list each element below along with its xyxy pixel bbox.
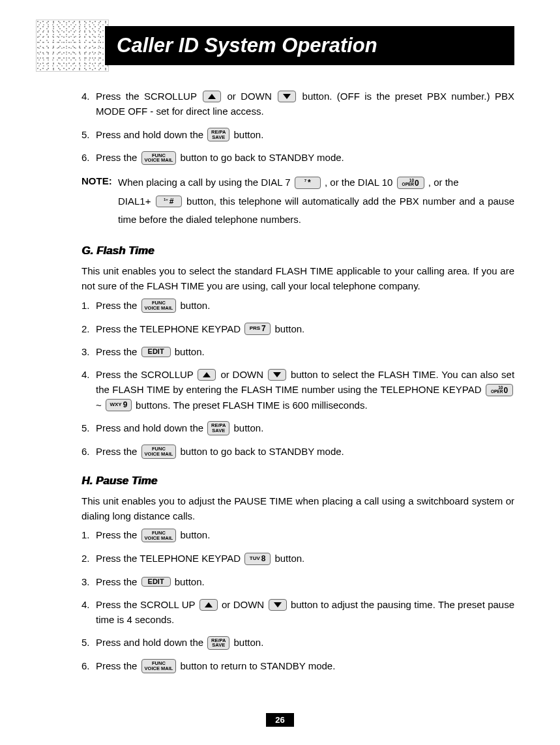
text: , or the xyxy=(428,177,459,188)
scroll-up-button[interactable] xyxy=(199,599,218,611)
section-h-heading: H. Pause Time xyxy=(81,473,514,489)
step-4: 4. Press the SCROLLUP or DOWN button to … xyxy=(81,367,514,413)
label: SAVE xyxy=(212,135,225,140)
text: button. xyxy=(180,529,210,540)
text: Press the xyxy=(96,300,137,311)
text: Press the TELEPHONE KEYPAD xyxy=(96,553,241,564)
text: button. xyxy=(274,323,304,334)
text: DIAL1+ xyxy=(118,196,151,207)
digit: 0 xyxy=(503,387,508,394)
text: button. xyxy=(175,346,205,357)
edit-button[interactable]: EDIT xyxy=(141,347,171,357)
step-5: 5. Press and hold down the RE/PA SAVE bu… xyxy=(81,127,514,143)
digit: 8 xyxy=(261,555,266,563)
digit: # xyxy=(169,197,174,206)
func-button[interactable]: FUNC VOICE MAIL xyxy=(141,659,177,673)
sub: WXY xyxy=(110,402,121,407)
scroll-down-button[interactable] xyxy=(269,599,287,611)
text: button. xyxy=(175,576,205,587)
label: VOICE MAIL xyxy=(145,666,173,671)
func-button[interactable]: FUNC VOICE MAIL xyxy=(141,529,177,543)
text: Press and hold down the xyxy=(96,129,203,140)
step-1: 1. Press the FUNC VOICE MAIL button. xyxy=(81,298,514,314)
scroll-down-button[interactable] xyxy=(278,91,296,102)
down-arrow-icon xyxy=(283,94,291,99)
down-arrow-icon xyxy=(273,372,281,377)
save-button[interactable]: RE/PA SAVE xyxy=(207,421,229,435)
label: SAVE xyxy=(212,643,225,648)
sub: TUV xyxy=(250,556,260,561)
func-button[interactable]: FUNC VOICE MAIL xyxy=(141,445,177,459)
label: VOICE MAIL xyxy=(145,306,173,311)
text: Press the xyxy=(96,660,137,671)
down-arrow-icon xyxy=(274,602,282,607)
func-button[interactable]: FUNC VOICE MAIL xyxy=(141,151,177,166)
text: button. xyxy=(233,422,263,433)
text: Press the xyxy=(96,576,137,587)
text: Press the SCROLLUP xyxy=(96,369,194,380)
step-6: 6. Press the FUNC VOICE MAIL button to r… xyxy=(81,658,514,674)
label: VOICE MAIL xyxy=(145,536,173,541)
superscript: 1+ xyxy=(164,197,168,201)
digit: * xyxy=(308,179,311,187)
digit: 7 xyxy=(261,325,266,333)
text: Press and hold down the xyxy=(96,422,203,433)
text: button. xyxy=(274,553,304,564)
text: Press the SCROLLUP xyxy=(96,91,197,102)
keypad-7[interactable]: PRS 7 xyxy=(244,323,271,335)
step-3: 3. Press the EDIT button. xyxy=(81,574,514,589)
text: button. xyxy=(180,300,210,311)
text: button. xyxy=(233,129,263,140)
step-6: 6. Press the FUNC VOICE MAIL button to g… xyxy=(81,150,514,166)
note-block: NOTE: When placing a call by using the D… xyxy=(81,173,514,229)
save-button[interactable]: RE/PA SAVE xyxy=(207,128,229,142)
keypad-8[interactable]: TUV 8 xyxy=(244,553,271,565)
scroll-up-button[interactable] xyxy=(198,369,216,381)
list-h: 1. Press the FUNC VOICE MAIL button. 2. … xyxy=(81,527,514,674)
keypad-hash[interactable]: 1+ # xyxy=(156,196,182,208)
save-button[interactable]: RE/PA SAVE xyxy=(207,636,229,650)
func-button[interactable]: FUNC VOICE MAIL xyxy=(141,299,177,313)
section-g-heading: G. Flash Time xyxy=(81,242,514,259)
text: Press the xyxy=(96,446,137,457)
list-g: 1. Press the FUNC VOICE MAIL button. 2. … xyxy=(81,298,514,460)
text: Press and hold down the xyxy=(96,637,203,648)
text: buttons. The preset FLASH TIME is 600 mi… xyxy=(136,400,367,411)
text: button to return to STANDBY mode. xyxy=(180,660,335,671)
text: or DOWN xyxy=(220,369,263,380)
keypad-9[interactable]: WXY 9 xyxy=(106,399,132,411)
keypad-star[interactable]: 7 * xyxy=(295,177,321,189)
superscript: 7 xyxy=(304,179,306,183)
up-arrow-icon xyxy=(205,602,213,607)
step-1: 1. Press the FUNC VOICE MAIL button. xyxy=(81,527,514,543)
step-6: 6. Press the FUNC VOICE MAIL button to g… xyxy=(81,444,514,460)
edit-button[interactable]: EDIT xyxy=(141,577,171,587)
text: , or the DIAL 10 xyxy=(325,177,393,188)
step-4: 4. Press the SCROLLUP or DOWN button. (O… xyxy=(81,89,514,119)
scroll-down-button[interactable] xyxy=(268,369,286,381)
step-5: 5. Press and hold down the RE/PA SAVE bu… xyxy=(81,635,514,650)
decorative-texture xyxy=(36,20,109,72)
text: Press the xyxy=(96,529,137,540)
section-h-intro: This unit enables you to adjust the PAUS… xyxy=(81,493,514,524)
text: Press the xyxy=(96,346,137,357)
page-title: Caller ID System Operation xyxy=(105,26,514,65)
step-3: 3. Press the EDIT button. xyxy=(81,344,514,359)
keypad-0[interactable]: 10OPER 0 xyxy=(486,384,513,396)
step-4: 4. Press the SCROLL UP or DOWN button to… xyxy=(81,597,514,628)
list-continued: 4. Press the SCROLLUP or DOWN button. (O… xyxy=(81,89,514,166)
sub: 10OPER xyxy=(402,179,414,187)
text: Press the xyxy=(96,152,137,163)
section-g-intro: This unit enables you to select the stan… xyxy=(81,263,514,294)
note-label: NOTE xyxy=(81,175,109,186)
step-2: 2. Press the TELEPHONE KEYPAD PRS 7 butt… xyxy=(81,321,514,336)
step-2: 2. Press the TELEPHONE KEYPAD TUV 8 butt… xyxy=(81,551,514,566)
up-arrow-icon xyxy=(203,372,211,377)
page-number-value: 26 xyxy=(266,713,293,727)
text: Press the SCROLL UP xyxy=(96,599,195,610)
content: 4. Press the SCROLLUP or DOWN button. (O… xyxy=(36,89,514,674)
scroll-up-button[interactable] xyxy=(203,91,221,102)
text: button to go back to STANDBY mode. xyxy=(180,446,344,457)
keypad-0[interactable]: 10OPER 0 xyxy=(397,177,424,189)
text: When placing a call by using the DIAL 7 xyxy=(118,177,291,188)
